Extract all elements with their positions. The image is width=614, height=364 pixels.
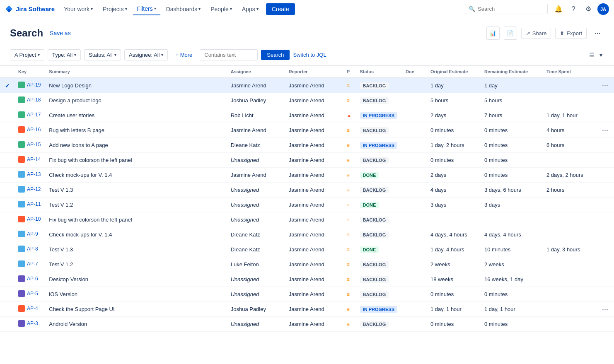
table-row[interactable]: AP-8 Test V 1.3 Dieane Katz Jasmine Aren… [0,242,614,257]
export-button[interactable]: ⬆ Export [555,28,587,39]
row-summary[interactable]: Android Version [45,317,226,332]
key-value[interactable]: AP-4 [27,306,38,311]
row-key[interactable]: AP-11 [14,198,45,212]
col-header-due[interactable]: Due [401,66,426,78]
table-row[interactable]: AP-12 Test V 1.3 Unassigned Jasmine Aren… [0,183,614,198]
switch-jql-button[interactable]: Switch to JQL [293,52,326,58]
doc-export-button[interactable]: 📄 [504,27,517,40]
key-value[interactable]: AP-11 [27,201,41,207]
row-summary[interactable]: Check mock-ups for V. 1.4 [45,168,226,183]
col-header-key[interactable]: Key [14,66,45,78]
row-summary[interactable]: Create user stories [45,108,226,123]
notifications-button[interactable]: 🔔 [553,3,564,15]
table-row[interactable]: AP-9 Check mock-ups for V. 1.4 Dieane Ka… [0,227,614,242]
row-key[interactable]: AP-7 [14,257,45,272]
row-summary[interactable]: Fix bug with colorson the left panel [45,153,226,168]
row-checkbox[interactable] [0,123,14,138]
row-checkbox[interactable] [0,317,14,332]
row-key[interactable]: AP-15 [14,138,45,153]
key-value[interactable]: AP-13 [27,171,41,177]
row-key[interactable]: AP-12 [14,183,45,198]
key-value[interactable]: AP-5 [27,291,38,297]
nav-projects[interactable]: Projects▾ [99,3,131,15]
col-header-rem-est[interactable]: Remaining Estimate [480,66,542,78]
row-checkbox[interactable] [0,153,14,168]
row-summary[interactable]: Check the Support Page UI [45,302,226,317]
nav-your-work[interactable]: Your work▾ [60,3,97,15]
row-checkbox[interactable] [0,212,14,227]
settings-button[interactable]: ⚙ [583,3,594,15]
table-row[interactable]: AP-15 Add new icons to A page Dieane Kat… [0,138,614,153]
row-checkbox[interactable] [0,227,14,242]
project-filter[interactable]: A Project▾ [10,49,44,60]
row-key[interactable]: AP-18 [14,93,45,108]
global-search-box[interactable]: 🔍 [465,4,548,14]
create-button[interactable]: Create [266,3,295,15]
table-row[interactable]: AP-3 Android Version Unassigned Jasmine … [0,317,614,332]
assignee-filter[interactable]: Assignee: All▾ [124,49,168,60]
table-row[interactable]: AP-10 Fix bug with colorson the left pan… [0,212,614,227]
row-key[interactable]: AP-3 [14,317,45,332]
table-row[interactable]: ✔ AP-19 New Logo Design Jasmine Arend Ja… [0,78,614,93]
row-summary[interactable]: New Logo Design [45,78,226,93]
col-header-priority[interactable]: P [343,66,356,78]
row-checkbox[interactable] [0,272,14,287]
row-key[interactable]: AP-10 [14,212,45,227]
more-filters-button[interactable]: + More [171,50,196,60]
table-row[interactable]: AP-7 Test V 1.2 Luke Felton Jasmine Aren… [0,257,614,272]
key-value[interactable]: AP-9 [27,231,38,237]
row-checkbox[interactable] [0,302,14,317]
key-value[interactable]: AP-10 [27,216,41,222]
global-search-input[interactable] [478,6,544,12]
row-key[interactable]: AP-8 [14,242,45,257]
row-checkbox[interactable]: ✔ [0,78,14,93]
row-summary[interactable]: Fix bug with colorson the left panel [45,212,226,227]
key-value[interactable]: AP-7 [27,261,38,267]
table-row[interactable]: AP-17 Create user stories Rob Licht Jasm… [0,108,614,123]
row-checkbox[interactable] [0,287,14,302]
table-row[interactable]: AP-4 Check the Support Page UI Joshua Pa… [0,302,614,317]
view-detail-button[interactable]: ▾ [598,50,604,60]
key-value[interactable]: AP-6 [27,276,38,282]
key-value[interactable]: AP-18 [27,97,41,103]
type-filter[interactable]: Type: All▾ [48,49,81,60]
nav-dashboards[interactable]: Dashboards▾ [162,3,205,15]
row-summary[interactable]: Test V 1.2 [45,198,226,212]
row-more-button[interactable]: ··· [600,305,610,313]
row-more-button[interactable]: ··· [600,126,610,134]
row-summary[interactable]: Check mock-ups for V. 1.4 [45,227,226,242]
row-summary[interactable]: Bug with letters B page [45,123,226,138]
row-key[interactable]: AP-19 [14,78,45,93]
col-header-reporter[interactable]: Reporter [285,66,343,78]
help-button[interactable]: ? [568,3,579,15]
share-button[interactable]: ↗ Share [521,28,551,39]
row-summary[interactable]: Test V 1.3 [45,242,226,257]
nav-apps[interactable]: Apps▾ [238,3,263,15]
row-checkbox[interactable] [0,108,14,123]
row-checkbox[interactable] [0,93,14,108]
key-value[interactable]: AP-12 [27,186,41,192]
more-options-button[interactable]: ··· [591,27,604,40]
col-header-orig-est[interactable]: Original estimate [426,66,480,78]
nav-filters[interactable]: Filters▾ [133,3,160,15]
row-key[interactable]: AP-17 [14,108,45,123]
excel-export-button[interactable]: 📊 [486,27,500,40]
table-row[interactable]: AP-16 Bug with letters B page Jasmine Ar… [0,123,614,138]
key-value[interactable]: AP-16 [27,127,41,133]
key-value[interactable]: AP-8 [27,246,38,252]
save-as-link[interactable]: Save as [50,30,71,36]
row-summary[interactable]: iOS Version [45,287,226,302]
key-value[interactable]: AP-17 [27,112,41,118]
table-row[interactable]: AP-14 Fix bug with colorson the left pan… [0,153,614,168]
row-checkbox[interactable] [0,257,14,272]
user-avatar[interactable]: JA [597,3,609,15]
row-key[interactable]: AP-6 [14,272,45,287]
row-summary[interactable]: Add new icons to A page [45,138,226,153]
row-checkbox[interactable] [0,183,14,198]
row-summary[interactable]: Design a product logo [45,93,226,108]
key-value[interactable]: AP-15 [27,142,41,147]
row-summary[interactable]: Test V 1.2 [45,257,226,272]
contains-text-input[interactable] [200,49,258,60]
row-summary[interactable]: Test V 1.3 [45,183,226,198]
row-key[interactable]: AP-5 [14,287,45,302]
